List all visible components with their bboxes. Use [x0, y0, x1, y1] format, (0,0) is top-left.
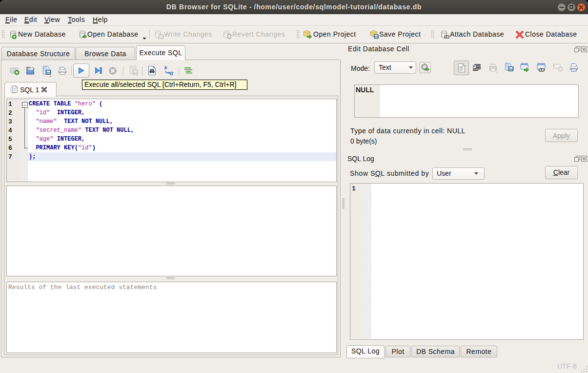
svg-text:b: b — [164, 65, 167, 70]
